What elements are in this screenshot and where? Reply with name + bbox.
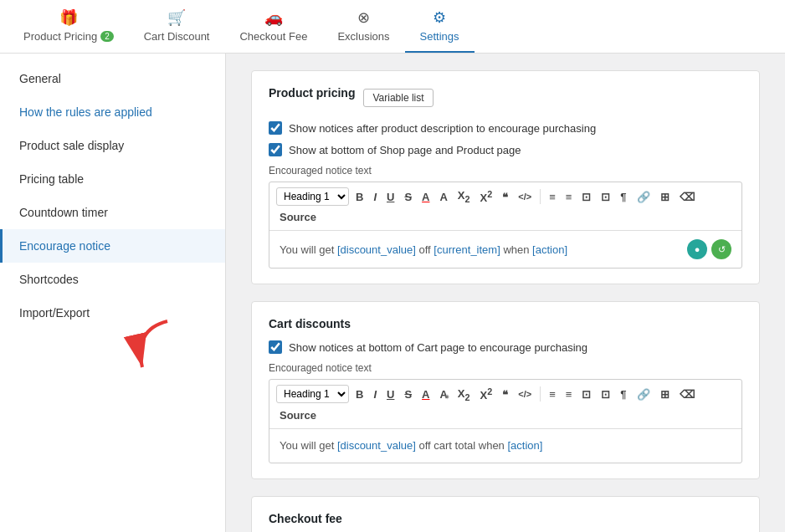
bold-btn[interactable]: B: [352, 189, 367, 205]
main-layout: General How the rules are applied Produc…: [0, 54, 785, 532]
nav-checkout-fee-label: Checkout Fee: [239, 30, 307, 43]
cart-image-btn[interactable]: ⊞: [657, 386, 673, 402]
strikethrough-btn[interactable]: S: [401, 189, 415, 205]
source-btn[interactable]: Source: [276, 209, 320, 225]
product-notice-label: Encouraged notice text: [269, 165, 742, 176]
italic-btn[interactable]: I: [370, 189, 380, 205]
underline-btn[interactable]: U: [383, 189, 398, 205]
product-pricing-title: Product pricing: [269, 86, 355, 100]
sidebar-item-encourage-notice[interactable]: Encourage notice: [0, 229, 225, 263]
sidebar: General How the rules are applied Produc…: [0, 54, 226, 532]
sidebar-item-countdown-timer[interactable]: Countdown timer: [0, 196, 225, 229]
product-pricing-editor: Heading 1 Heading 2 Paragraph B I U S A …: [269, 182, 742, 269]
cart-discount-icon: 🛒: [167, 8, 186, 27]
checkout-fee-title: Checkout fee: [269, 512, 742, 525]
exclusions-icon: ⊗: [357, 8, 370, 27]
align-left-btn[interactable]: ⊡: [578, 189, 594, 205]
cart-show-notices-checkbox[interactable]: [269, 340, 282, 354]
nav-product-pricing[interactable]: 🎁 Product Pricing 2: [8, 0, 129, 53]
cart-discounts-title: Cart discounts: [269, 317, 742, 330]
nav-exclusions[interactable]: ⊗ Exclusions: [322, 0, 404, 53]
show-notices-after-desc-label: Show notices after product description t…: [289, 122, 596, 135]
show-bottom-shop-label: Show at bottom of Shop page and Product …: [289, 144, 521, 156]
cart-discounts-section: Cart discounts Show notices at bottom of…: [251, 301, 760, 478]
cart-align-left-btn[interactable]: ⊡: [578, 386, 594, 402]
cart-font-bg-btn[interactable]: A✷: [436, 386, 450, 402]
cart-discounts-editor: Heading 1 Heading 2 Paragraph B I U S A …: [269, 379, 742, 463]
cart-ordered-list-btn[interactable]: ≡: [546, 386, 559, 402]
cart-quote-btn[interactable]: ❝: [499, 386, 511, 402]
product-pricing-toolbar: Heading 1 Heading 2 Paragraph B I U S A …: [269, 182, 741, 231]
nav-checkout-fee[interactable]: 🚗 Checkout Fee: [224, 0, 322, 53]
product-editor-text: You will get [discount_value] off [curre…: [280, 243, 567, 256]
nav-cart-discount[interactable]: 🛒 Cart Discount: [129, 0, 225, 53]
sidebar-item-import-export[interactable]: Import/Export: [0, 296, 225, 330]
sidebar-item-pricing-table[interactable]: Pricing table: [0, 162, 225, 196]
indent-btn[interactable]: ¶: [617, 189, 629, 205]
cart-indent-btn[interactable]: ¶: [617, 386, 629, 402]
cart-notice-label: Encouraged notice text: [269, 362, 742, 374]
clear-format-btn[interactable]: ⌫: [676, 189, 698, 205]
editor-action-icons: ● ↺: [687, 239, 731, 259]
cart-heading-select[interactable]: Heading 1 Heading 2 Paragraph: [276, 385, 349, 403]
cart-link-btn[interactable]: 🔗: [634, 386, 654, 402]
main-content: Product pricing Variable list Show notic…: [226, 54, 785, 532]
nav-cart-discount-label: Cart Discount: [144, 30, 210, 43]
code-btn[interactable]: </>: [515, 190, 535, 203]
show-bottom-shop-row: Show at bottom of Shop page and Product …: [269, 143, 742, 156]
cart-subscript-btn[interactable]: X2: [454, 386, 474, 404]
editor-icon-circle1[interactable]: ●: [687, 239, 707, 259]
show-notices-after-desc-checkbox[interactable]: [269, 121, 282, 135]
nav-product-pricing-label: Product Pricing: [23, 30, 97, 43]
nav-exclusions-label: Exclusions: [337, 30, 389, 43]
variable-list-btn[interactable]: Variable list: [363, 89, 433, 107]
cart-discounts-toolbar: Heading 1 Heading 2 Paragraph B I U S A …: [269, 380, 741, 428]
link-btn[interactable]: 🔗: [634, 189, 654, 205]
show-bottom-shop-checkbox[interactable]: [269, 143, 282, 156]
sidebar-item-how-rules[interactable]: How the rules are applied: [0, 95, 225, 129]
cart-show-notices-label: Show notices at bottom of Cart page to e…: [289, 341, 587, 354]
cart-code-btn[interactable]: </>: [515, 387, 535, 401]
cart-italic-btn[interactable]: I: [370, 386, 380, 402]
product-pricing-icon: 🎁: [59, 8, 78, 27]
cart-font-color-btn[interactable]: A: [418, 386, 433, 402]
cart-unordered-list-btn[interactable]: ≡: [562, 386, 576, 402]
cart-discounts-editor-content[interactable]: You will get [discount_value] off cart t…: [269, 429, 741, 463]
checkout-fee-section: Checkout fee Show notices at bottom of C…: [251, 496, 760, 532]
quote-btn[interactable]: ❝: [499, 189, 511, 205]
font-color-btn[interactable]: A: [418, 189, 433, 205]
product-pricing-badge: 2: [100, 31, 114, 42]
nav-settings-label: Settings: [420, 30, 459, 43]
heading-select[interactable]: Heading 1 Heading 2 Paragraph: [276, 187, 349, 206]
cart-sep1: [540, 386, 541, 402]
cart-editor-text: You will get [discount_value] off cart t…: [280, 439, 542, 452]
editor-icon-circle2[interactable]: ↺: [711, 239, 731, 259]
sidebar-item-shortcodes[interactable]: Shortcodes: [0, 263, 225, 296]
cart-align-center-btn[interactable]: ⊡: [598, 386, 613, 402]
sep1: [540, 189, 541, 204]
top-nav: 🎁 Product Pricing 2 🛒 Cart Discount 🚗 Ch…: [0, 0, 785, 54]
show-notices-after-desc-row: Show notices after product description t…: [269, 121, 742, 135]
cart-superscript-btn[interactable]: X2: [477, 385, 496, 403]
subscript-btn[interactable]: X2: [454, 187, 474, 206]
sidebar-item-product-sale[interactable]: Product sale display: [0, 129, 225, 162]
product-pricing-section: Product pricing Variable list Show notic…: [251, 70, 760, 284]
checkout-fee-icon: 🚗: [264, 8, 283, 27]
superscript-btn[interactable]: X2: [477, 187, 496, 206]
align-center-btn[interactable]: ⊡: [598, 189, 613, 205]
cart-source-btn[interactable]: Source: [276, 407, 320, 423]
cart-strikethrough-btn[interactable]: S: [401, 386, 415, 402]
settings-icon: ⚙: [433, 8, 446, 27]
cart-underline-btn[interactable]: U: [383, 386, 398, 402]
ordered-list-btn[interactable]: ≡: [546, 189, 559, 205]
cart-clear-format-btn[interactable]: ⌫: [676, 386, 698, 402]
sidebar-item-general[interactable]: General: [0, 62, 225, 95]
image-btn[interactable]: ⊞: [657, 189, 673, 205]
product-pricing-editor-content[interactable]: You will get [discount_value] off [curre…: [269, 231, 741, 268]
cart-show-notices-row: Show notices at bottom of Cart page to e…: [269, 340, 742, 354]
product-pricing-header: Product pricing Variable list: [269, 86, 742, 110]
cart-bold-btn[interactable]: B: [352, 386, 367, 402]
unordered-list-btn[interactable]: ≡: [562, 189, 576, 205]
font-bg-btn[interactable]: A: [436, 189, 450, 205]
nav-settings[interactable]: ⚙ Settings: [405, 0, 475, 53]
